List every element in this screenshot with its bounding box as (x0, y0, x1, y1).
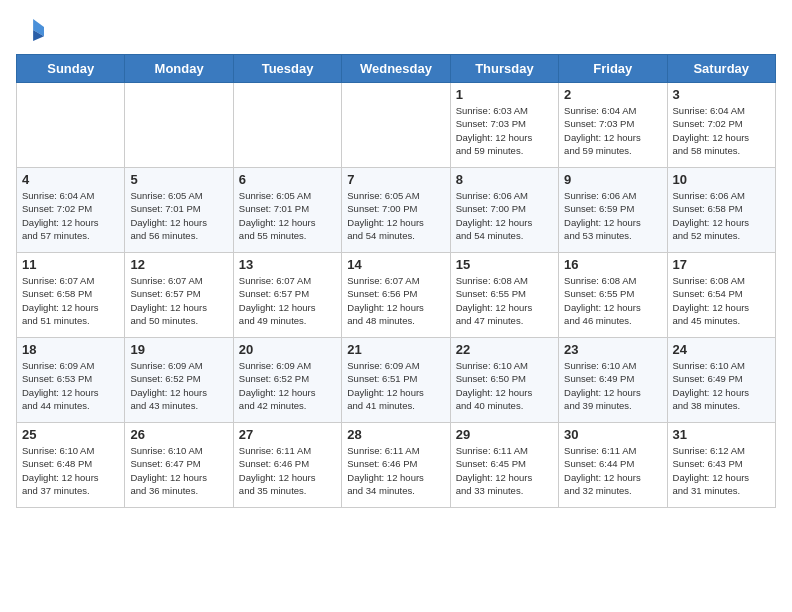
calendar-cell: 9Sunrise: 6:06 AM Sunset: 6:59 PM Daylig… (559, 168, 667, 253)
calendar: SundayMondayTuesdayWednesdayThursdayFrid… (16, 54, 776, 508)
weekday-row: SundayMondayTuesdayWednesdayThursdayFrid… (17, 55, 776, 83)
day-info: Sunrise: 6:07 AM Sunset: 6:57 PM Dayligh… (130, 274, 227, 327)
calendar-cell: 17Sunrise: 6:08 AM Sunset: 6:54 PM Dayli… (667, 253, 775, 338)
day-number: 4 (22, 172, 119, 187)
calendar-body: 1Sunrise: 6:03 AM Sunset: 7:03 PM Daylig… (17, 83, 776, 508)
calendar-cell: 30Sunrise: 6:11 AM Sunset: 6:44 PM Dayli… (559, 423, 667, 508)
calendar-cell: 1Sunrise: 6:03 AM Sunset: 7:03 PM Daylig… (450, 83, 558, 168)
calendar-cell (342, 83, 450, 168)
day-info: Sunrise: 6:04 AM Sunset: 7:02 PM Dayligh… (673, 104, 770, 157)
weekday-header: Sunday (17, 55, 125, 83)
calendar-cell: 27Sunrise: 6:11 AM Sunset: 6:46 PM Dayli… (233, 423, 341, 508)
weekday-header: Tuesday (233, 55, 341, 83)
day-number: 21 (347, 342, 444, 357)
calendar-week: 11Sunrise: 6:07 AM Sunset: 6:58 PM Dayli… (17, 253, 776, 338)
weekday-header: Saturday (667, 55, 775, 83)
calendar-cell: 20Sunrise: 6:09 AM Sunset: 6:52 PM Dayli… (233, 338, 341, 423)
day-number: 7 (347, 172, 444, 187)
day-info: Sunrise: 6:10 AM Sunset: 6:50 PM Dayligh… (456, 359, 553, 412)
weekday-header: Monday (125, 55, 233, 83)
day-info: Sunrise: 6:09 AM Sunset: 6:51 PM Dayligh… (347, 359, 444, 412)
calendar-week: 4Sunrise: 6:04 AM Sunset: 7:02 PM Daylig… (17, 168, 776, 253)
logo-icon (16, 16, 44, 44)
calendar-cell: 21Sunrise: 6:09 AM Sunset: 6:51 PM Dayli… (342, 338, 450, 423)
day-number: 13 (239, 257, 336, 272)
calendar-cell: 11Sunrise: 6:07 AM Sunset: 6:58 PM Dayli… (17, 253, 125, 338)
day-number: 25 (22, 427, 119, 442)
calendar-cell (125, 83, 233, 168)
header (16, 16, 776, 44)
calendar-cell: 10Sunrise: 6:06 AM Sunset: 6:58 PM Dayli… (667, 168, 775, 253)
day-info: Sunrise: 6:10 AM Sunset: 6:48 PM Dayligh… (22, 444, 119, 497)
day-number: 3 (673, 87, 770, 102)
calendar-cell: 28Sunrise: 6:11 AM Sunset: 6:46 PM Dayli… (342, 423, 450, 508)
calendar-cell: 14Sunrise: 6:07 AM Sunset: 6:56 PM Dayli… (342, 253, 450, 338)
day-number: 30 (564, 427, 661, 442)
day-number: 9 (564, 172, 661, 187)
calendar-cell: 18Sunrise: 6:09 AM Sunset: 6:53 PM Dayli… (17, 338, 125, 423)
day-info: Sunrise: 6:08 AM Sunset: 6:55 PM Dayligh… (564, 274, 661, 327)
day-number: 2 (564, 87, 661, 102)
day-info: Sunrise: 6:04 AM Sunset: 7:03 PM Dayligh… (564, 104, 661, 157)
day-info: Sunrise: 6:06 AM Sunset: 7:00 PM Dayligh… (456, 189, 553, 242)
day-info: Sunrise: 6:09 AM Sunset: 6:53 PM Dayligh… (22, 359, 119, 412)
day-number: 1 (456, 87, 553, 102)
day-info: Sunrise: 6:08 AM Sunset: 6:54 PM Dayligh… (673, 274, 770, 327)
day-info: Sunrise: 6:07 AM Sunset: 6:58 PM Dayligh… (22, 274, 119, 327)
day-info: Sunrise: 6:06 AM Sunset: 6:59 PM Dayligh… (564, 189, 661, 242)
day-number: 14 (347, 257, 444, 272)
day-info: Sunrise: 6:05 AM Sunset: 7:01 PM Dayligh… (239, 189, 336, 242)
day-info: Sunrise: 6:11 AM Sunset: 6:46 PM Dayligh… (239, 444, 336, 497)
day-number: 12 (130, 257, 227, 272)
day-number: 24 (673, 342, 770, 357)
calendar-cell: 15Sunrise: 6:08 AM Sunset: 6:55 PM Dayli… (450, 253, 558, 338)
day-number: 5 (130, 172, 227, 187)
calendar-header: SundayMondayTuesdayWednesdayThursdayFrid… (17, 55, 776, 83)
day-info: Sunrise: 6:11 AM Sunset: 6:44 PM Dayligh… (564, 444, 661, 497)
day-number: 17 (673, 257, 770, 272)
calendar-cell: 3Sunrise: 6:04 AM Sunset: 7:02 PM Daylig… (667, 83, 775, 168)
day-info: Sunrise: 6:09 AM Sunset: 6:52 PM Dayligh… (130, 359, 227, 412)
day-info: Sunrise: 6:05 AM Sunset: 7:00 PM Dayligh… (347, 189, 444, 242)
day-number: 22 (456, 342, 553, 357)
day-info: Sunrise: 6:07 AM Sunset: 6:57 PM Dayligh… (239, 274, 336, 327)
day-info: Sunrise: 6:06 AM Sunset: 6:58 PM Dayligh… (673, 189, 770, 242)
day-number: 6 (239, 172, 336, 187)
day-info: Sunrise: 6:12 AM Sunset: 6:43 PM Dayligh… (673, 444, 770, 497)
day-number: 11 (22, 257, 119, 272)
day-number: 23 (564, 342, 661, 357)
calendar-cell: 6Sunrise: 6:05 AM Sunset: 7:01 PM Daylig… (233, 168, 341, 253)
day-number: 29 (456, 427, 553, 442)
day-number: 10 (673, 172, 770, 187)
calendar-cell: 8Sunrise: 6:06 AM Sunset: 7:00 PM Daylig… (450, 168, 558, 253)
day-number: 28 (347, 427, 444, 442)
calendar-cell: 16Sunrise: 6:08 AM Sunset: 6:55 PM Dayli… (559, 253, 667, 338)
day-number: 19 (130, 342, 227, 357)
day-info: Sunrise: 6:05 AM Sunset: 7:01 PM Dayligh… (130, 189, 227, 242)
calendar-cell: 31Sunrise: 6:12 AM Sunset: 6:43 PM Dayli… (667, 423, 775, 508)
calendar-cell (233, 83, 341, 168)
calendar-cell: 4Sunrise: 6:04 AM Sunset: 7:02 PM Daylig… (17, 168, 125, 253)
calendar-cell: 19Sunrise: 6:09 AM Sunset: 6:52 PM Dayli… (125, 338, 233, 423)
day-info: Sunrise: 6:10 AM Sunset: 6:47 PM Dayligh… (130, 444, 227, 497)
calendar-cell: 26Sunrise: 6:10 AM Sunset: 6:47 PM Dayli… (125, 423, 233, 508)
calendar-week: 1Sunrise: 6:03 AM Sunset: 7:03 PM Daylig… (17, 83, 776, 168)
logo (16, 16, 48, 44)
day-info: Sunrise: 6:09 AM Sunset: 6:52 PM Dayligh… (239, 359, 336, 412)
calendar-cell: 25Sunrise: 6:10 AM Sunset: 6:48 PM Dayli… (17, 423, 125, 508)
calendar-cell (17, 83, 125, 168)
day-info: Sunrise: 6:10 AM Sunset: 6:49 PM Dayligh… (673, 359, 770, 412)
day-number: 27 (239, 427, 336, 442)
day-number: 16 (564, 257, 661, 272)
calendar-cell: 7Sunrise: 6:05 AM Sunset: 7:00 PM Daylig… (342, 168, 450, 253)
day-number: 20 (239, 342, 336, 357)
calendar-week: 18Sunrise: 6:09 AM Sunset: 6:53 PM Dayli… (17, 338, 776, 423)
calendar-cell: 2Sunrise: 6:04 AM Sunset: 7:03 PM Daylig… (559, 83, 667, 168)
day-number: 18 (22, 342, 119, 357)
day-number: 15 (456, 257, 553, 272)
calendar-cell: 22Sunrise: 6:10 AM Sunset: 6:50 PM Dayli… (450, 338, 558, 423)
day-number: 26 (130, 427, 227, 442)
day-info: Sunrise: 6:11 AM Sunset: 6:46 PM Dayligh… (347, 444, 444, 497)
day-info: Sunrise: 6:07 AM Sunset: 6:56 PM Dayligh… (347, 274, 444, 327)
calendar-cell: 12Sunrise: 6:07 AM Sunset: 6:57 PM Dayli… (125, 253, 233, 338)
